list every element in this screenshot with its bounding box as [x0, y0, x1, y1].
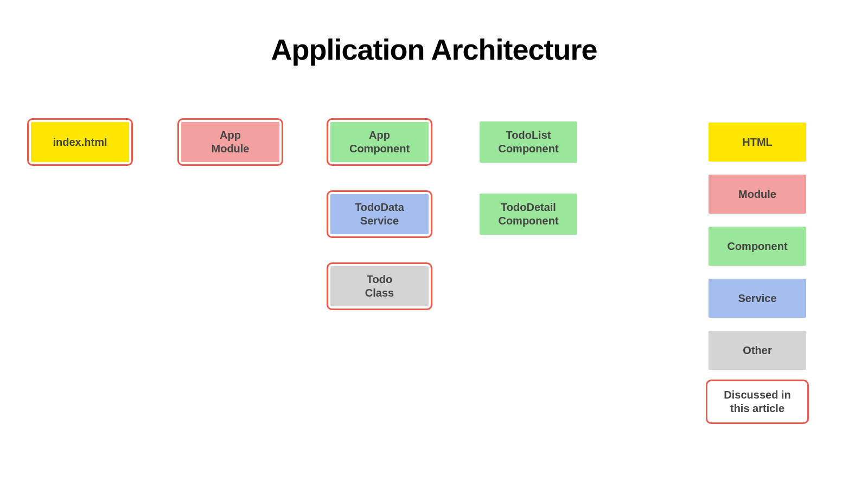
node-label-line2: Service: [355, 214, 404, 228]
node-label: index.html: [53, 136, 107, 149]
legend-label: Other: [743, 344, 771, 357]
legend-label: Component: [727, 240, 787, 253]
legend-discussed: Discussed in this article: [706, 380, 809, 424]
node-label-line2: Component: [498, 142, 558, 156]
legend-html: HTML: [709, 123, 806, 162]
legend-label: HTML: [742, 136, 773, 149]
diagram-title: Application Architecture: [0, 33, 868, 66]
node-label-line1: App: [349, 129, 410, 142]
node-label-line1: App: [212, 129, 250, 142]
legend-label: Module: [738, 188, 776, 201]
node-label-line2: Module: [212, 142, 250, 156]
legend-module: Module: [709, 175, 806, 214]
legend-discussed-line2: this article: [724, 402, 790, 415]
legend-other: Other: [709, 331, 806, 370]
node-label-line1: TodoDetail: [498, 201, 558, 214]
node-tododetail-component: TodoDetail Component: [480, 194, 577, 235]
node-todolist-component: TodoList Component: [480, 121, 577, 163]
legend-service: Service: [709, 279, 806, 318]
node-label-line2: Component: [349, 142, 410, 156]
node-index-html: index.html: [27, 118, 133, 166]
node-label-line1: Todo: [365, 273, 394, 286]
legend-discussed-line1: Discussed in: [724, 388, 790, 402]
node-todo-class: Todo Class: [327, 262, 432, 310]
legend-component: Component: [709, 227, 806, 266]
node-label-line1: TodoData: [355, 201, 404, 214]
node-label-line1: TodoList: [498, 129, 558, 142]
node-label-line2: Component: [498, 214, 558, 228]
legend-label: Service: [738, 292, 776, 305]
node-app-component: App Component: [327, 118, 432, 166]
node-app-module: App Module: [177, 118, 283, 166]
node-tododata-service: TodoData Service: [327, 190, 432, 238]
node-label-line2: Class: [365, 286, 394, 300]
